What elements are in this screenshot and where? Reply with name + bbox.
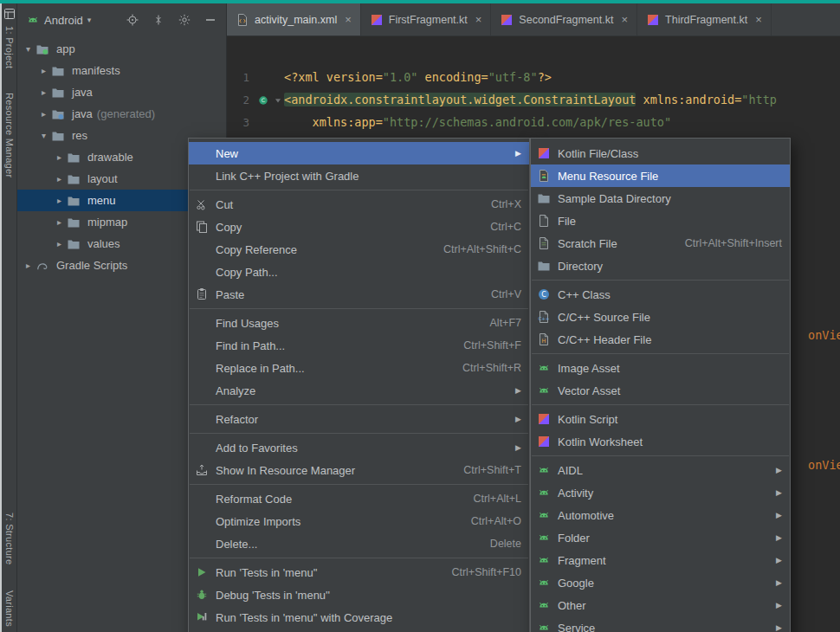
chevron-down-icon[interactable]: ▾	[36, 131, 51, 140]
menu-item-icon-blank	[195, 265, 210, 279]
chevron-right-icon[interactable]: ▸	[52, 239, 67, 248]
chevron-right-icon[interactable]: ▸	[21, 261, 36, 270]
cpp-header-icon: H	[537, 332, 552, 346]
menu-item-analyze[interactable]: Analyze▶	[189, 379, 529, 402]
menu-item-label: Delete...	[216, 538, 257, 551]
menu-item-label: AIDL	[558, 464, 583, 477]
code-text: <?xml version="1.0" encoding="utf-8"?>	[284, 70, 840, 84]
menu-item-image-asset[interactable]: Image Asset	[531, 357, 790, 379]
menu-item-label: File	[558, 215, 576, 228]
menu-item-vector-asset[interactable]: Vector Asset	[531, 379, 790, 402]
menu-item-optimize-imports[interactable]: Optimize ImportsCtrl+Alt+O	[189, 510, 529, 532]
menu-item-find-usages[interactable]: Find UsagesAlt+F7	[189, 312, 529, 334]
menu-item-automotive[interactable]: Automotive▶	[531, 504, 790, 526]
menu-item-delete[interactable]: Delete...Delete	[189, 532, 529, 555]
line-number: 3	[227, 116, 249, 129]
kotlin-file-icon	[500, 13, 514, 27]
menu-item-find-in-path[interactable]: Find in Path...Ctrl+Shift+F	[189, 334, 529, 357]
menu-item-refactor[interactable]: Refactor▶	[189, 408, 529, 430]
tree-item-label: java	[72, 107, 93, 120]
svg-text:C: C	[262, 97, 265, 103]
menu-item-run-tests-in-menu-with-coverage[interactable]: Run 'Tests in 'menu'' with Coverage	[189, 606, 529, 629]
menu-item-other[interactable]: Other▶	[531, 594, 790, 616]
res-folder-icon	[67, 151, 82, 164]
chevron-right-icon[interactable]: ▸	[52, 217, 67, 227]
menu-item-c-class[interactable]: CC++ Class	[531, 283, 790, 306]
menu-item-file[interactable]: File	[531, 210, 790, 232]
hide-icon[interactable]	[202, 11, 219, 29]
tab-thirdfragment-kt[interactable]: ThirdFragment.kt×	[637, 3, 772, 35]
gear-icon[interactable]	[176, 11, 193, 29]
close-icon[interactable]: ×	[621, 13, 628, 26]
menu-item-cut[interactable]: CutCtrl+X	[189, 193, 529, 216]
collapse-all-icon[interactable]	[150, 11, 167, 29]
menu-item-label: Run 'Tests in 'menu''	[216, 566, 318, 579]
menu-item-folder[interactable]: Folder▶	[531, 526, 790, 549]
menu-item-menu-resource-file[interactable]: Menu Resource File	[531, 164, 790, 187]
close-icon[interactable]: ×	[755, 13, 762, 26]
tree-item-java[interactable]: ▸java	[17, 81, 226, 103]
android-icon	[537, 361, 552, 375]
chevron-right-icon[interactable]: ▸	[52, 174, 67, 184]
menu-item-copy-reference[interactable]: Copy ReferenceCtrl+Alt+Shift+C	[189, 238, 529, 261]
close-icon[interactable]: ×	[345, 13, 352, 26]
menu-item-run-tests-in-menu[interactable]: Run 'Tests in 'menu''Ctrl+Shift+F10	[189, 561, 529, 584]
stripe-button-project[interactable]: 1: Project	[4, 26, 15, 68]
submenu-arrow-icon: ▶	[505, 443, 521, 452]
menu-item-icon-blank	[195, 361, 210, 375]
menu-item-create-tests-in-menu[interactable]: Create 'Tests in 'menu''...	[189, 629, 529, 632]
menu-item-c-c-header-file[interactable]: HC/C++ Header File	[531, 328, 790, 351]
menu-item-c-c-source-file[interactable]: C++C/C++ Source File	[531, 306, 790, 328]
tree-item-java-generated[interactable]: ▸java(generated)	[17, 103, 226, 125]
code-line: 1<?xml version="1.0" encoding="utf-8"?>	[227, 66, 840, 88]
chevron-right-icon[interactable]: ▸	[52, 196, 67, 205]
tree-item-manifests[interactable]: ▸manifests	[17, 60, 226, 81]
chevron-right-icon[interactable]: ▸	[36, 66, 51, 75]
menu-item-directory[interactable]: Directory	[531, 255, 790, 277]
menu-item-add-to-favorites[interactable]: Add to Favorites▶	[189, 436, 529, 459]
menu-item-kotlin-file-class[interactable]: Kotlin File/Class	[531, 142, 790, 164]
menu-item-kotlin-worksheet[interactable]: Kotlin Worksheet	[531, 430, 790, 453]
menu-item-debug-tests-in-menu[interactable]: Debug 'Tests in 'menu''	[189, 584, 529, 606]
menu-item-label: C/C++ Source File	[558, 311, 650, 324]
menu-item-label: Google	[558, 577, 594, 590]
locate-icon[interactable]	[124, 11, 141, 29]
tab-secondfragment-kt[interactable]: SecondFragment.kt×	[491, 3, 637, 35]
tool-window-stripe: 1: Project Resource Manager 7: Structure…	[0, 3, 17, 632]
project-view-selector[interactable]: Android ▾	[26, 13, 91, 27]
stripe-button-resource-manager[interactable]: Resource Manager	[4, 93, 15, 177]
chevron-right-icon[interactable]: ▸	[36, 109, 51, 119]
menu-item-copy[interactable]: CopyCtrl+C	[189, 216, 529, 238]
menu-item-service[interactable]: Service▶	[531, 616, 790, 632]
stripe-button-structure[interactable]: 7: Structure	[4, 513, 15, 564]
menu-item-fragment[interactable]: Fragment▶	[531, 549, 790, 571]
menu-item-sample-data-directory[interactable]: Sample Data Directory	[531, 187, 790, 210]
tab-activity-main-xml[interactable]: activity_main.xml×	[227, 3, 361, 35]
chevron-right-icon[interactable]: ▸	[36, 87, 51, 97]
menu-item-copy-path[interactable]: Copy Path...	[189, 261, 529, 283]
close-icon[interactable]: ×	[475, 13, 482, 26]
resource-manager-icon	[195, 463, 210, 477]
project-tool-icon[interactable]	[3, 7, 16, 21]
menu-item-activity[interactable]: Activity▶	[531, 481, 790, 504]
stripe-button-variants[interactable]: Variants	[4, 590, 15, 627]
menu-item-kotlin-script[interactable]: Kotlin Script	[531, 408, 790, 430]
menu-item-link-c-project-with-gradle[interactable]: Link C++ Project with Gradle	[189, 164, 529, 187]
tab-firstfragment-kt[interactable]: FirstFragment.kt×	[361, 3, 492, 35]
menu-item-paste[interactable]: PasteCtrl+V	[189, 283, 529, 306]
chevron-down-icon[interactable]: ▾	[21, 44, 36, 54]
menu-item-aidl[interactable]: AIDL▶	[531, 459, 790, 481]
line-number: 1	[227, 71, 249, 84]
menu-item-label: Add to Favorites	[216, 442, 298, 455]
tree-item-app[interactable]: ▾app	[17, 38, 226, 60]
menu-item-shortcut: Alt+F7	[469, 317, 521, 329]
menu-item-new[interactable]: New▶	[189, 142, 529, 164]
code-token: xmlns:android=	[636, 93, 741, 106]
chevron-right-icon[interactable]: ▸	[52, 152, 67, 162]
menu-item-scratch-file[interactable]: Scratch FileCtrl+Alt+Shift+Insert	[531, 232, 790, 255]
menu-item-reformat-code[interactable]: Reformat CodeCtrl+Alt+L	[189, 487, 529, 510]
menu-item-replace-in-path[interactable]: Replace in Path...Ctrl+Shift+R	[189, 357, 529, 379]
menu-item-label: Kotlin File/Class	[558, 147, 638, 160]
menu-item-google[interactable]: Google▶	[531, 571, 790, 594]
menu-item-show-in-resource-manager[interactable]: Show In Resource ManagerCtrl+Shift+T	[189, 459, 529, 481]
